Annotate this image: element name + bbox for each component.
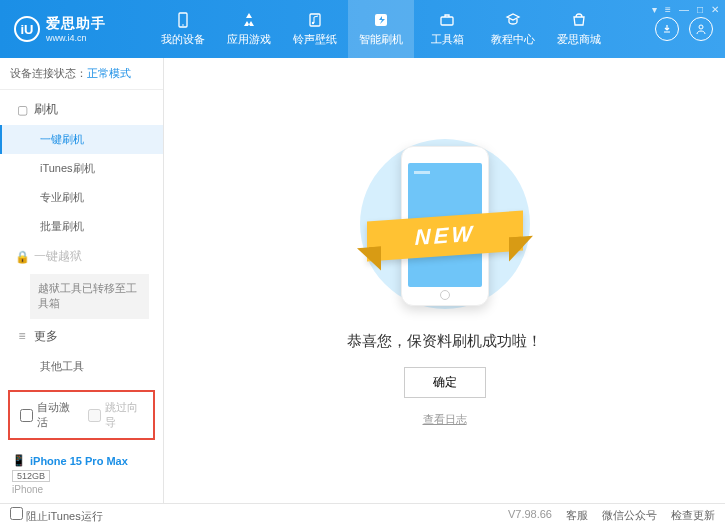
- folder-icon: ▢: [16, 104, 28, 116]
- nav-label: 爱思商城: [557, 32, 601, 47]
- footer-link-support[interactable]: 客服: [566, 508, 588, 523]
- nav-label: 铃声壁纸: [293, 32, 337, 47]
- download-icon[interactable]: [655, 17, 679, 41]
- checkbox-input[interactable]: [10, 507, 23, 520]
- win-tray-icon[interactable]: ≡: [665, 4, 671, 15]
- status-label: 设备连接状态：: [10, 67, 87, 79]
- nav-label: 应用游戏: [227, 32, 271, 47]
- nav-label: 我的设备: [161, 32, 205, 47]
- nav-my-device[interactable]: 我的设备: [150, 0, 216, 58]
- window-controls: ▾ ≡ — □ ✕: [652, 4, 719, 15]
- device-name[interactable]: 📱iPhone 15 Pro Max: [12, 454, 151, 467]
- svg-rect-2: [310, 14, 320, 26]
- checkbox-label: 跳过向导: [105, 400, 144, 430]
- auto-activate-checkbox[interactable]: 自动激活: [20, 400, 76, 430]
- group-title: 一键越狱: [34, 248, 82, 265]
- device-info: 📱iPhone 15 Pro Max 512GB iPhone: [0, 446, 163, 503]
- group-title: 更多: [34, 328, 58, 345]
- logo-icon: iU: [14, 16, 40, 42]
- footer: 阻止iTunes运行 V7.98.66 客服 微信公众号 检查更新: [0, 503, 725, 527]
- nav-label: 教程中心: [491, 32, 535, 47]
- sidebar-item-other[interactable]: 其他工具: [0, 352, 163, 381]
- list-icon: ≡: [16, 330, 28, 342]
- nav-label: 智能刷机: [359, 32, 403, 47]
- sidebar-item-firmware[interactable]: 下载固件: [0, 381, 163, 384]
- jailbreak-note[interactable]: 越狱工具已转移至工具箱: [30, 274, 149, 319]
- tree-group-more[interactable]: ≡更多: [0, 321, 163, 352]
- svg-point-1: [182, 24, 184, 26]
- nav-tutorial[interactable]: 教程中心: [480, 0, 546, 58]
- tree-group-flash[interactable]: ▢刷机: [0, 94, 163, 125]
- sidebar-item-batch[interactable]: 批量刷机: [0, 212, 163, 241]
- sidebar-item-itunes[interactable]: iTunes刷机: [0, 154, 163, 183]
- lock-icon: 🔒: [16, 251, 28, 263]
- user-icon[interactable]: [689, 17, 713, 41]
- nav-store[interactable]: 爱思商城: [546, 0, 612, 58]
- music-icon: [306, 11, 324, 29]
- nav-flash[interactable]: 智能刷机: [348, 0, 414, 58]
- sidebar-tree: ▢刷机 一键刷机 iTunes刷机 专业刷机 批量刷机 🔒一键越狱 越狱工具已转…: [0, 90, 163, 384]
- flash-icon: [372, 11, 390, 29]
- footer-link-update[interactable]: 检查更新: [671, 508, 715, 523]
- sidebar: 设备连接状态：正常模式 ▢刷机 一键刷机 iTunes刷机 专业刷机 批量刷机 …: [0, 58, 164, 503]
- checkbox-input: [88, 409, 101, 422]
- header: iU 爱思助手 www.i4.cn 我的设备 应用游戏 铃声壁纸 智能刷机 工具…: [0, 0, 725, 58]
- app-icon: [240, 11, 258, 29]
- view-log-link[interactable]: 查看日志: [423, 412, 467, 427]
- device-type: iPhone: [12, 484, 151, 495]
- svg-rect-5: [441, 17, 453, 25]
- ok-button[interactable]: 确定: [404, 367, 486, 398]
- toolbox-icon: [438, 11, 456, 29]
- win-max-icon[interactable]: □: [697, 4, 703, 15]
- store-icon: [570, 11, 588, 29]
- app-url: www.i4.cn: [46, 33, 106, 43]
- sidebar-item-pro[interactable]: 专业刷机: [0, 183, 163, 212]
- connection-status: 设备连接状态：正常模式: [0, 58, 163, 90]
- top-nav: 我的设备 应用游戏 铃声壁纸 智能刷机 工具箱 教程中心 爱思商城: [150, 0, 655, 58]
- option-checkboxes: 自动激活 跳过向导: [8, 390, 155, 440]
- nav-apps[interactable]: 应用游戏: [216, 0, 282, 58]
- skip-guide-checkbox: 跳过向导: [88, 400, 144, 430]
- phone-small-icon: 📱: [12, 454, 26, 467]
- checkbox-label: 阻止iTunes运行: [26, 510, 103, 522]
- tree-group-jailbreak: 🔒一键越狱: [0, 241, 163, 272]
- logo[interactable]: iU 爱思助手 www.i4.cn: [0, 15, 150, 43]
- status-mode: 正常模式: [87, 67, 131, 79]
- success-message: 恭喜您，保资料刷机成功啦！: [347, 332, 542, 351]
- app-name: 爱思助手: [46, 15, 106, 33]
- checkbox-input[interactable]: [20, 409, 33, 422]
- nav-toolbox[interactable]: 工具箱: [414, 0, 480, 58]
- win-min-icon[interactable]: —: [679, 4, 689, 15]
- svg-point-6: [699, 25, 703, 29]
- nav-label: 工具箱: [431, 32, 464, 47]
- sidebar-item-oneclick[interactable]: 一键刷机: [0, 125, 163, 154]
- tutorial-icon: [504, 11, 522, 29]
- phone-icon: [174, 11, 192, 29]
- block-itunes-checkbox[interactable]: 阻止iTunes运行: [10, 507, 103, 524]
- checkbox-label: 自动激活: [37, 400, 76, 430]
- success-illustration: NEW: [355, 134, 535, 314]
- nav-ringtones[interactable]: 铃声壁纸: [282, 0, 348, 58]
- device-storage: 512GB: [12, 470, 50, 482]
- header-actions: [655, 17, 725, 41]
- device-name-text: iPhone 15 Pro Max: [30, 455, 128, 467]
- footer-link-wechat[interactable]: 微信公众号: [602, 508, 657, 523]
- version-text: V7.98.66: [508, 508, 552, 523]
- win-menu-icon[interactable]: ▾: [652, 4, 657, 15]
- win-close-icon[interactable]: ✕: [711, 4, 719, 15]
- group-title: 刷机: [34, 101, 58, 118]
- main-content: NEW 恭喜您，保资料刷机成功啦！ 确定 查看日志: [164, 58, 725, 503]
